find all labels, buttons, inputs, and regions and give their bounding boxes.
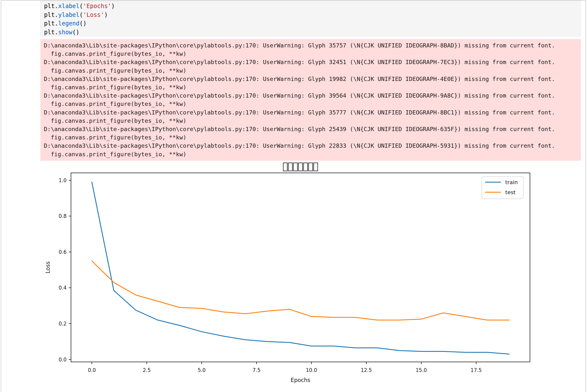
warning-message: D:\anaconda3\Lib\site-packages\IPython\c… bbox=[44, 58, 581, 66]
warning-traceback-line: fig.canvas.print_figure(bytes_io, **kw) bbox=[44, 66, 581, 75]
series-train-line bbox=[92, 182, 509, 354]
code-token-op: ) bbox=[76, 29, 79, 36]
axes-frame bbox=[71, 173, 530, 362]
code-token-var: plt bbox=[44, 20, 55, 27]
code-token-fn: show bbox=[58, 29, 73, 36]
series-test-line bbox=[92, 261, 509, 320]
x-tick-label: 7.5 bbox=[253, 367, 261, 373]
code-line[interactable]: plt.xlabel('Epochs') bbox=[44, 2, 581, 11]
x-tick-label: 15.0 bbox=[416, 367, 427, 373]
x-axis-label: Epochs bbox=[290, 377, 311, 383]
warning-traceback-line: fig.canvas.print_figure(bytes_io, **kw) bbox=[44, 83, 581, 92]
legend: traintest bbox=[482, 176, 523, 199]
warning-traceback-line: fig.canvas.print_figure(bytes_io, **kw) bbox=[44, 117, 581, 125]
warning-traceback-line: fig.canvas.print_figure(bytes_io, **kw) bbox=[44, 150, 581, 158]
code-token-op: ) bbox=[111, 3, 115, 10]
code-token-var: plt bbox=[44, 29, 55, 36]
x-tick-label: 12.5 bbox=[361, 367, 372, 373]
x-tick-label: 17.5 bbox=[470, 367, 482, 373]
y-tick-label: 0.0 bbox=[59, 357, 67, 363]
title-missing-glyph-box bbox=[288, 163, 292, 171]
stderr-warning-output: D:\anaconda3\Lib\site-packages\IPython\c… bbox=[40, 39, 581, 161]
warning-message: D:\anaconda3\Lib\site-packages\IPython\c… bbox=[44, 41, 581, 50]
x-axis-ticks: 0.02.55.07.510.012.515.017.5 bbox=[88, 362, 482, 373]
loss-chart-figure: 0.02.55.07.510.012.515.017.50.00.20.40.6… bbox=[0, 160, 587, 392]
code-token-op: ( bbox=[73, 29, 76, 36]
code-token-op: ( bbox=[80, 12, 83, 18]
code-token-op: . bbox=[55, 3, 58, 10]
y-tick-label: 0.6 bbox=[59, 249, 67, 255]
warning-message: D:\anaconda3\Lib\site-packages\IPython\c… bbox=[44, 108, 581, 117]
code-token-op: . bbox=[55, 12, 58, 18]
warning-traceback-line: fig.canvas.print_figure(bytes_io, **kw) bbox=[44, 50, 581, 58]
warning-traceback-line: fig.canvas.print_figure(bytes_io, **kw) bbox=[44, 133, 581, 142]
code-input-cell[interactable]: plt.xlabel('Epochs')plt.ylabel('Loss')pl… bbox=[40, 1, 581, 36]
y-axis-label: Loss bbox=[45, 262, 51, 274]
code-token-fn: ylabel bbox=[58, 12, 80, 18]
code-token-fn: legend bbox=[58, 20, 80, 27]
x-tick-label: 2.5 bbox=[143, 367, 151, 373]
code-token-op: ( bbox=[80, 3, 83, 10]
code-token-op: ( bbox=[80, 20, 83, 27]
code-token-str: 'Epochs' bbox=[83, 3, 111, 10]
chart-title-missing-glyphs bbox=[283, 163, 318, 171]
code-line[interactable]: plt.ylabel('Loss') bbox=[44, 11, 581, 20]
title-missing-glyph-box bbox=[283, 163, 287, 171]
code-token-op: ) bbox=[104, 12, 108, 18]
legend-label-train: train bbox=[505, 179, 518, 185]
title-missing-glyph-box bbox=[304, 163, 308, 171]
title-missing-glyph-box bbox=[314, 163, 318, 171]
x-tick-label: 10.0 bbox=[306, 367, 317, 373]
warning-message: D:\anaconda3\Lib\site-packages\IPython\c… bbox=[44, 92, 581, 100]
y-tick-label: 0.8 bbox=[59, 213, 67, 219]
y-tick-label: 0.2 bbox=[59, 321, 67, 327]
y-axis-ticks: 0.00.20.40.60.81.0 bbox=[59, 178, 71, 363]
x-tick-label: 5.0 bbox=[198, 367, 206, 373]
y-tick-label: 1.0 bbox=[59, 178, 67, 184]
warning-traceback-line: fig.canvas.print_figure(bytes_io, **kw) bbox=[44, 100, 581, 108]
code-token-op: . bbox=[55, 20, 58, 27]
title-missing-glyph-box bbox=[294, 163, 298, 171]
y-tick-label: 0.4 bbox=[59, 285, 67, 291]
warning-message: D:\anaconda3\Lib\site-packages\IPython\c… bbox=[44, 142, 581, 150]
title-missing-glyph-box bbox=[309, 163, 313, 171]
code-token-var: plt bbox=[44, 3, 55, 10]
code-token-str: 'Loss' bbox=[83, 12, 104, 18]
warning-message: D:\anaconda3\Lib\site-packages\IPython\c… bbox=[44, 75, 581, 83]
code-token-op: ) bbox=[83, 20, 86, 27]
code-line[interactable]: plt.legend() bbox=[44, 19, 581, 28]
warning-message: D:\anaconda3\Lib\site-packages\IPython\c… bbox=[44, 125, 581, 133]
x-tick-label: 0.0 bbox=[88, 367, 96, 373]
code-token-var: plt bbox=[44, 12, 55, 18]
code-line[interactable]: plt.show() bbox=[44, 28, 581, 37]
title-missing-glyph-box bbox=[299, 163, 303, 171]
code-token-fn: xlabel bbox=[58, 3, 80, 10]
legend-label-test: test bbox=[505, 189, 516, 196]
code-token-op: . bbox=[55, 29, 58, 36]
